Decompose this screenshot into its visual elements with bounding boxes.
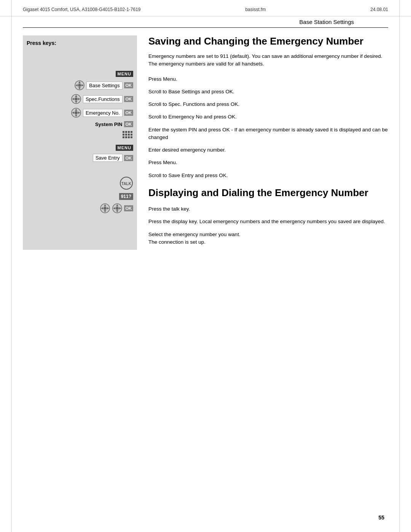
spec-functions-label: Spec.Functions [83,95,123,103]
instr-text-pin: Enter the system PIN and press OK - If a… [148,125,388,142]
vertical-line-left [11,0,12,532]
svg-rect-29 [131,136,132,138]
nav-icon-2 [71,94,81,104]
svg-rect-25 [131,134,132,136]
nav-icon-3 [71,107,81,118]
display-key-badge: 911? [119,193,133,200]
instr-text-select: Select the emergency number you want.The… [148,230,388,246]
section-header: Base Station Settings [299,19,354,25]
spec-functions-row: Spec.Functions OK [27,94,133,104]
instr-row-emergency: Scroll to Emergency No and press OK. [148,112,388,121]
svg-rect-24 [128,134,130,136]
talk-icon: TALK [119,176,133,190]
ok-badge-4: OK [124,121,134,127]
menu-key-row-1: MENU [27,71,133,77]
ok-badge-5: OK [124,155,134,161]
base-settings-row: Base Settings OK [27,80,133,91]
system-pin-label: System PIN [95,121,123,127]
ok-badge-2: OK [124,96,134,102]
main-content: Press keys: MENU Base Settings OK [23,35,388,250]
svg-point-7 [75,97,78,101]
right-panel: Saving and Changing the Emergency Number… [137,35,388,250]
system-pin-row: System PIN OK [27,121,133,127]
keypad-icon [122,130,133,142]
svg-rect-26 [123,136,124,138]
instr-row-911: Press the display key. Local emergency n… [148,217,388,225]
page-header: Gigaset 4015 Comfort, USA, A31008-G4015-… [0,0,411,16]
instr-text-911: Press the display key. Local emergency n… [148,217,388,225]
svg-point-1 [78,84,81,87]
svg-rect-19 [125,131,127,133]
instr-row-keypad: Enter desired emergency number. [148,145,388,154]
nav-icon-5 [112,203,123,214]
vertical-line-right [399,0,400,532]
emergency-no-label: Emergency No. [83,109,123,117]
instr-row-base: Scroll to Base Settings and press OK. [148,87,388,96]
svg-text:TALK: TALK [121,182,132,186]
instr-row-menu2: Press Menu. [148,158,388,166]
menu-key-row-2: MENU [27,145,133,151]
instr-row-select: Select the emergency number you want.The… [148,230,388,246]
instr-row-pin: Enter the system PIN and press OK - If a… [148,125,388,142]
svg-rect-27 [125,136,127,138]
header-right: 24.08.01 [370,7,388,12]
press-keys-label: Press keys: [27,40,133,46]
ok-badge-6: OK [124,205,134,211]
svg-rect-21 [131,131,132,133]
keypad-row [27,130,133,142]
svg-point-39 [116,207,119,210]
svg-rect-22 [123,134,124,136]
instr-text-talk: Press the talk key. [148,204,388,213]
svg-rect-23 [125,134,127,136]
section1-title: Saving and Changing the Emergency Number [148,35,388,47]
section1-intro: Emergency numbers are set to 911 (defaul… [148,53,388,68]
section2-title: Displaying and Dialing the Emergency Num… [148,187,388,199]
left-panel: Press keys: MENU Base Settings OK [23,35,137,250]
instr-text-emergency: Scroll to Emergency No and press OK. [148,112,388,121]
instr-text-keypad: Enter desired emergency number. [148,145,388,154]
instr-text-spec: Scroll to Spec. Functions and press OK. [148,99,388,108]
instr-row-talk: Press the talk key. [148,204,388,213]
instr-row-spec: Scroll to Spec. Functions and press OK. [148,99,388,108]
talk-key-row: TALK [27,176,133,190]
nav-ok-dialing-row: OK [27,203,133,214]
page-number: 55 [378,514,384,521]
svg-point-13 [75,111,78,114]
display-key-row: 911? [27,193,133,200]
instr-row-menu1: Press Menu. [148,74,388,83]
ok-badge-3: OK [124,110,134,116]
instr-text-menu1: Press Menu. [148,74,388,83]
nav-icon-1 [74,80,85,91]
svg-rect-28 [128,136,130,138]
menu-badge-1: MENU [116,71,133,77]
nav-icon-4 [100,203,110,214]
svg-rect-20 [128,131,130,133]
header-center: basisst.fm [245,7,266,12]
instr-text-save: Scroll to Save Entry and press OK. [148,171,388,179]
instr-row-save: Scroll to Save Entry and press OK. [148,171,388,179]
ok-badge-1: OK [124,82,134,88]
instr-text-menu2: Press Menu. [148,158,388,166]
instr-text-base: Scroll to Base Settings and press OK. [148,87,388,96]
header-left: Gigaset 4015 Comfort, USA, A31008-G4015-… [23,7,141,12]
svg-point-33 [104,207,107,210]
save-entry-label: Save Entry [93,154,123,162]
svg-rect-18 [123,131,124,133]
save-entry-row: Save Entry OK [27,154,133,162]
base-settings-label: Base Settings [86,81,122,89]
emergency-no-row: Emergency No. OK [27,107,133,118]
menu-badge-2: MENU [116,145,133,151]
